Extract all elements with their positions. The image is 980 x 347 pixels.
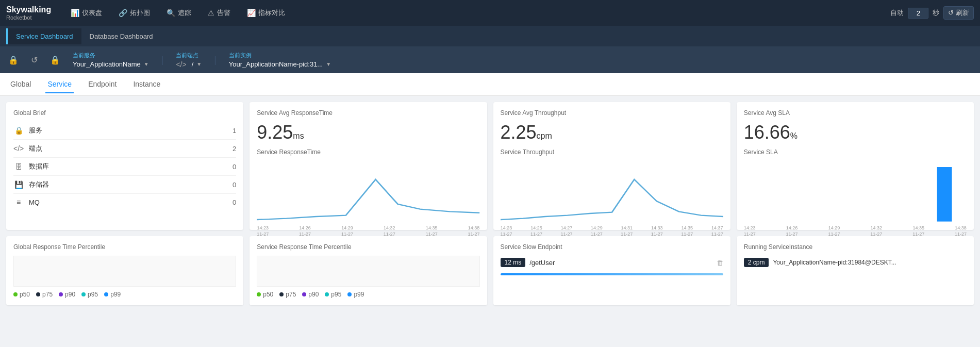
response-chart: 14:2311-27 14:2611-27 14:2911-27 14:3211… <box>257 161 479 223</box>
sla-chart-svg <box>744 161 967 223</box>
sla-x-labels: 14:2311-27 14:2611-27 14:2911-27 14:3211… <box>744 225 967 237</box>
p95-label: p95 <box>88 291 98 298</box>
refresh-icon[interactable]: ↺ <box>31 55 38 65</box>
separator-2: | <box>214 55 217 65</box>
service-avg-throughput-title: Service Avg Throughput <box>501 109 723 117</box>
svc-p90-dot <box>302 292 306 296</box>
endpoint-icon: </> <box>13 144 24 153</box>
tx-label-7: 14:3711-27 <box>711 225 723 237</box>
p90-dot <box>59 292 63 296</box>
endpoint-bar <box>501 273 723 275</box>
storage-label: 存储器 <box>29 180 232 189</box>
current-instance-value-row: Your_ApplicationName-pid:31... ▼ <box>229 60 331 68</box>
service-avg-sla-card: Service Avg SLA 16.66% Service SLA 14:23… <box>737 102 974 230</box>
svc-p75-label: p75 <box>286 291 296 298</box>
service-icon: 🔒 <box>13 126 24 135</box>
current-endpoint-label: 当前端点 <box>176 52 202 59</box>
p50-label: p50 <box>20 291 30 298</box>
database-label: 数据库 <box>29 162 232 171</box>
seconds-unit: 秒 <box>933 8 939 18</box>
service-avg-sla-value: 16.66% <box>744 122 967 143</box>
nav-items: 📊 仪表盘 🔗 拓扑图 🔍 追踪 ⚠ 告警 📈 指标对比 <box>63 5 890 21</box>
nav-metrics[interactable]: 📈 指标对比 <box>240 5 292 21</box>
instance-cpm-badge: 2 cpm <box>744 258 769 267</box>
delete-endpoint-icon[interactable]: 🗑 <box>717 259 723 267</box>
nav-alert[interactable]: ⚠ 告警 <box>201 5 238 21</box>
tx-label-4: 14:3111-27 <box>621 225 633 237</box>
service-percentile-chart <box>257 256 479 287</box>
nav-trace-label: 追踪 <box>178 8 191 18</box>
nav-topology[interactable]: 🔗 拓扑图 <box>111 5 157 21</box>
storage-icon: 💾 <box>13 180 24 189</box>
x-label-3: 14:3211-27 <box>384 225 395 237</box>
service-avg-response-card: Service Avg ResponseTime 9.25ms Service … <box>250 102 487 230</box>
tab-database-dashboard[interactable]: Database Dashboard <box>81 28 161 44</box>
database-count: 0 <box>232 163 236 171</box>
p75-label: p75 <box>42 291 53 298</box>
service-avg-response-title: Service Avg ResponseTime <box>257 109 479 117</box>
current-endpoint-selector[interactable]: 当前端点 </> / ▼ <box>176 52 202 69</box>
sx-label-0: 14:2311-27 <box>744 225 756 237</box>
service-slow-endpoint-card: Service Slow Endpoint 12 ms /getUser 🗑 <box>493 236 730 305</box>
current-instance-selector[interactable]: 当前实例 Your_ApplicationName-pid:31... ▼ <box>229 52 331 68</box>
topology-icon: 🔗 <box>119 9 127 17</box>
global-brief-title: Global Brief <box>13 109 236 117</box>
seconds-input[interactable]: 2 <box>908 8 928 19</box>
service-percentile-legend: p50 p75 p90 p95 p99 <box>257 291 479 298</box>
tab-endpoint[interactable]: Endpoint <box>86 76 119 93</box>
current-endpoint-value: / <box>192 60 194 68</box>
database-dashboard-label: Database Dashboard <box>90 32 153 40</box>
mq-icon: ≡ <box>13 198 24 206</box>
endpoint-path: /getUser <box>529 259 712 267</box>
p99-label: p99 <box>110 291 121 298</box>
sla-number: 16.66 <box>744 122 790 143</box>
current-service-selector[interactable]: 当前服务 Your_ApplicationName ▼ <box>73 52 149 68</box>
svc-p90-label: p90 <box>308 291 319 298</box>
service-avg-sla-title: Service Avg SLA <box>744 109 967 117</box>
tx-label-1: 14:2511-27 <box>530 225 542 237</box>
nav-right: 自动 2 秒 ↺ 刷新 <box>890 6 974 20</box>
service-chevron-icon: ▼ <box>144 61 149 67</box>
service-avg-throughput-card: Service Avg Throughput 2.25cpm Service T… <box>493 102 730 230</box>
mq-count: 0 <box>232 199 236 206</box>
current-instance-label: 当前实例 <box>229 52 331 59</box>
tx-label-0: 14:2311-27 <box>501 225 512 237</box>
sla-chart: 14:2311-27 14:2611-27 14:2911-27 14:3211… <box>744 161 967 223</box>
svc-p50-label: p50 <box>263 291 273 298</box>
svc-legend-p95: p95 <box>325 291 341 298</box>
nav-dashboard[interactable]: 📊 仪表盘 <box>63 5 109 21</box>
tab-global[interactable]: Global <box>8 76 33 93</box>
refresh-button[interactable]: ↺ 刷新 <box>943 6 974 20</box>
p95-dot <box>81 292 86 296</box>
sx-label-2: 14:2911-27 <box>828 225 840 237</box>
tx-label-6: 14:3511-27 <box>681 225 693 237</box>
throughput-chart: 14:2311-27 14:2511-27 14:2711-27 14:2911… <box>501 161 723 223</box>
svc-legend-p99: p99 <box>347 291 364 298</box>
p99-dot <box>104 292 108 296</box>
logo-subtitle: Rocketbot <box>6 14 51 21</box>
endpoint-count: 2 <box>232 145 236 153</box>
global-percentile-chart <box>13 256 236 287</box>
service-label: 服务 <box>29 126 232 135</box>
tab-service[interactable]: Service <box>45 76 74 93</box>
current-instance-value: Your_ApplicationName-pid:31... <box>229 60 323 68</box>
svc-legend-p90: p90 <box>302 291 319 298</box>
main-content: Global Brief 🔒 服务 1 </> 端点 2 🗄 数据库 0 💾 存… <box>0 96 980 236</box>
nav-alert-label: 告警 <box>217 8 230 18</box>
service-avg-throughput-value: 2.25cpm <box>501 122 723 143</box>
x-label-4: 14:3511-27 <box>426 225 438 237</box>
brief-item-service: 🔒 服务 1 <box>13 122 236 140</box>
tab-service-dashboard[interactable]: Service Dashboard <box>6 28 81 44</box>
svc-p95-dot <box>325 292 329 296</box>
throughput-chart-svg <box>501 161 723 223</box>
tab-instance-label: Instance <box>133 80 160 88</box>
x-label-5: 14:3811-27 <box>468 225 479 237</box>
nav-trace[interactable]: 🔍 追踪 <box>159 5 198 21</box>
running-service-instance-title: Running ServiceInstance <box>744 243 967 251</box>
dashboard-icon: 📊 <box>71 9 79 17</box>
trace-icon: 🔍 <box>167 9 175 17</box>
tab-instance[interactable]: Instance <box>131 76 162 93</box>
page-tabs: Global Service Endpoint Instance <box>0 73 980 96</box>
instance-item-0: 2 cpm Your_ApplicationName-pid:31984@DES… <box>744 256 967 269</box>
legend-p75: p75 <box>36 291 53 298</box>
